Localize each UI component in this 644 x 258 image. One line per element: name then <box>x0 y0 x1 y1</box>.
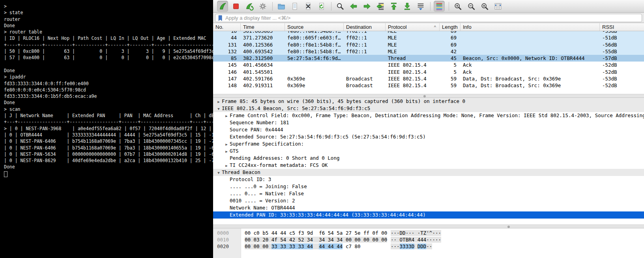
detail-row[interactable]: ▼Thread Beacon <box>213 169 644 176</box>
hex-bytes <box>313 243 319 249</box>
collapsed-arrow-icon[interactable]: ▶ <box>223 112 230 119</box>
packet-cell-time: 400.693542 <box>241 48 285 55</box>
toolbar-separator <box>272 2 273 11</box>
collapsed-arrow-icon[interactable]: ▶ <box>215 98 222 105</box>
colorize-packets-button[interactable] <box>434 1 445 12</box>
save-file-button[interactable] <box>289 1 300 12</box>
resize-columns-button[interactable] <box>492 1 504 12</box>
detail-row[interactable]: Extended Source: 5e:27:5a:54:f6:9d:f3:c5… <box>213 133 644 140</box>
openthread-cli-terminal[interactable]: > > state router Done > router table | I… <box>0 0 213 258</box>
zoom-in-button[interactable] <box>452 1 463 12</box>
packet-row-16[interactable]: 16361.665863fe80::f8e1:54b8:f…ff02::1MLE… <box>213 31 644 34</box>
packet-cell-protocol: IEEE 802.15.4 <box>386 69 440 75</box>
packet-cell-dest: ff02::1 <box>344 41 386 48</box>
detail-row[interactable]: .... ...0 = Joining: False <box>213 183 644 190</box>
detail-row[interactable]: ▼IEEE 802.15.4 Beacon, Src: 5e:27:5a:54:… <box>213 105 644 112</box>
hex-row-0020[interactable]: 002000 00 00 33 33 33 33 44 44 44 44 c7 … <box>213 243 644 250</box>
capture-options-button[interactable] <box>257 1 268 12</box>
packet-row-147[interactable]: 147402.5917660x369eBroadcastIEEE 802.15.… <box>213 75 644 82</box>
column-header-source[interactable]: Source <box>285 23 344 31</box>
auto-scroll-button[interactable] <box>415 1 426 12</box>
packet-cell-time: 382.312500 <box>241 55 285 62</box>
go-last-button[interactable] <box>402 1 413 12</box>
zoom-in-icon <box>453 2 462 11</box>
zoom-original-button[interactable] <box>479 1 490 12</box>
column-header-time[interactable]: Time <box>241 23 285 31</box>
detail-row-text: Pending Addresses: 0 Short and 0 Long <box>230 155 339 161</box>
detail-row[interactable]: Sequence Number: 181 <box>213 119 644 126</box>
detail-row[interactable]: Extended PAN ID: 33:33:33:33:44:44:44:44… <box>213 211 644 219</box>
expanded-arrow-icon[interactable]: ▼ <box>215 105 222 112</box>
packet-cell-rssi: -55dB <box>600 31 644 34</box>
packet-row-145[interactable]: 145401.456634IEEE 802.15.45Ack-52dB <box>213 62 644 68</box>
detail-row[interactable]: Protocol ID: 3 <box>213 176 644 183</box>
packet-cell-protocol: IEEE 802.15.4 <box>386 62 440 68</box>
go-forward-button[interactable] <box>361 1 373 12</box>
go-back-button[interactable] <box>348 1 359 12</box>
packet-cell-length: 69 <box>440 34 461 41</box>
start-capture-button[interactable] <box>217 1 228 12</box>
column-header-length[interactable]: Length <box>440 23 461 31</box>
hex-bytes: 34 34 34 00 00 00 00 00 <box>319 237 387 243</box>
column-header-rssi[interactable]: RSSI <box>600 23 644 31</box>
packet-row-132[interactable]: 132400.693542fe80::f8e1:54b8:f…ff02::1ML… <box>213 48 644 55</box>
go-to-packet-button[interactable] <box>375 1 386 12</box>
packet-cell-time: 361.665863 <box>241 31 285 34</box>
pane-splitter-top[interactable] <box>213 94 644 98</box>
packet-cell-source: fe80::f8e1:54b8:f… <box>285 48 344 55</box>
detail-row[interactable]: ▶Superframe Specification: <box>213 140 644 148</box>
expanded-arrow-icon[interactable]: ▼ <box>215 169 222 176</box>
packet-row-85[interactable]: 85382.3125005e:27:5a:54:f6:9d…Thread45Be… <box>213 55 644 62</box>
filter-placeholder-text: Apply a display filter ... <⌘/> <box>225 15 290 21</box>
packet-row-131[interactable]: 131400.125366fe80::f8e1:54b8:f…ff02::1ML… <box>213 41 644 48</box>
detail-row[interactable]: ▶TI CC24xx-format metadata: FCS OK <box>213 162 644 169</box>
detail-row[interactable]: Source PAN: 0x4444 <box>213 126 644 133</box>
detail-row[interactable]: ▶Frame 85: 45 bytes on wire (360 bits), … <box>213 98 644 105</box>
packet-cell-no: 131 <box>213 41 241 48</box>
packet-cell-info: Data, Dst: Broadcast, Src: 0x369e <box>461 82 600 89</box>
packet-cell-protocol: MLE <box>386 31 440 34</box>
column-header-info[interactable]: Info <box>461 23 600 31</box>
packet-cell-protocol: Thread <box>386 55 440 62</box>
ascii-bytes: ·· OTBR4 <box>391 237 414 243</box>
detail-row[interactable]: Pending Addresses: 0 Short and 0 Long <box>213 155 644 162</box>
packet-cell-source: fe80::605f:e603:f… <box>285 34 344 41</box>
packet-cell-info <box>461 31 600 34</box>
find-packet-button[interactable] <box>335 1 346 12</box>
packet-row-146[interactable]: 146401.545501IEEE 802.15.45Ack-52dB <box>213 69 644 75</box>
reload-file-button[interactable] <box>316 1 327 12</box>
detail-row[interactable]: Network Name: OTBR4444 <box>213 204 644 211</box>
column-header-destination[interactable]: Destination <box>344 23 386 31</box>
detail-row[interactable]: 0010 .... = Version: 2 <box>213 197 644 204</box>
detail-row[interactable]: ▶Frame Control Field: 0xc000, Frame Type… <box>213 112 644 119</box>
close-file-button[interactable] <box>303 1 314 12</box>
zoom-out-button[interactable] <box>466 1 477 12</box>
detail-row[interactable]: ▶GTS <box>213 148 644 155</box>
packet-row-44[interactable]: 44371.273620fe80::605f:e603:f…ff02::1MLE… <box>213 34 644 41</box>
ascii-selected-bytes: 3333D <box>400 243 415 249</box>
find-packet-icon <box>336 2 344 11</box>
detail-row-text: Sequence Number: 181 <box>230 120 289 125</box>
hex-row-0010[interactable]: 001000 03 20 4f 54 42 52 34 34 34 34 00 … <box>213 236 644 243</box>
display-filter-input[interactable]: Apply a display filter ... <⌘/> <box>215 14 642 22</box>
packet-cell-time: 400.125366 <box>241 41 285 48</box>
open-file-button[interactable] <box>276 1 287 12</box>
packet-cell-source: 0x369e <box>285 75 344 82</box>
go-first-button[interactable] <box>388 1 399 12</box>
detail-row-text: IEEE 802.15.4 Beacon, Src: 5e:27:5a:54:f… <box>222 105 370 111</box>
bookmark-icon[interactable] <box>218 15 223 21</box>
collapsed-arrow-icon[interactable]: ▶ <box>223 141 230 148</box>
restart-capture-button[interactable] <box>244 1 255 12</box>
detail-row[interactable]: .... 0... = Native: False <box>213 190 644 197</box>
hex-row-0000[interactable]: 000000 c0 b5 44 44 c5 f3 9d f6 54 5a 27 … <box>213 230 644 236</box>
column-header-no[interactable]: No. <box>213 23 241 31</box>
pane-splitter-bottom[interactable] <box>213 224 644 228</box>
packet-row-148[interactable]: 148402.9193110x369eBroadcastIEEE 802.15.… <box>213 82 644 89</box>
column-header-protocol[interactable]: Protocol^ <box>386 23 440 31</box>
wireshark-window: Apply a display filter ... <⌘/> No.TimeS… <box>213 0 644 258</box>
toolbar-separator <box>331 2 331 11</box>
collapsed-arrow-icon[interactable]: ▶ <box>223 162 230 169</box>
packet-cell-info: Beacon, Src: 0x0000, Network ID: OTBR444… <box>461 55 600 62</box>
collapsed-arrow-icon[interactable]: ▶ <box>223 148 230 155</box>
stop-capture-button[interactable] <box>230 1 242 12</box>
